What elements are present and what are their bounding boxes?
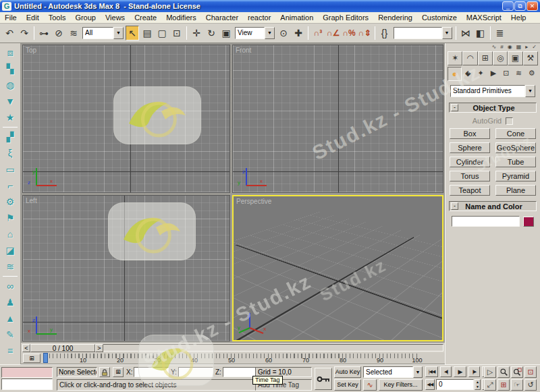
menu-character[interactable]: Character xyxy=(201,13,243,22)
bind-to-space-warp-icon[interactable]: ≋ xyxy=(67,26,80,40)
align-icon[interactable]: ◧ xyxy=(474,26,487,40)
curve-editor-icon[interactable]: ∿ xyxy=(492,44,497,51)
named-selection-dropdown[interactable]: ▼ xyxy=(394,27,452,39)
tab-create-icon[interactable]: ✶ xyxy=(448,51,462,65)
name-color-rollout-header[interactable]: - Name and Color xyxy=(449,201,537,211)
chevron-down-icon[interactable]: ▼ xyxy=(442,27,452,39)
set-keys-key-icon[interactable] xyxy=(315,368,332,390)
ladder-icon[interactable]: ≡ xyxy=(2,343,18,358)
menu-reactor[interactable]: reactor xyxy=(243,13,275,22)
absolute-mode-icon[interactable]: ⊞ xyxy=(113,367,124,377)
tab-hierarchy-icon[interactable]: ⊞ xyxy=(478,51,493,65)
minimize-button[interactable]: _ xyxy=(502,1,514,11)
cameras-icon[interactable]: ▶ xyxy=(487,67,500,81)
reference-coordinate-dropdown[interactable]: View ▼ xyxy=(235,27,275,39)
spinner-up-icon[interactable]: ▲ xyxy=(475,380,480,385)
y-coordinate-field[interactable] xyxy=(178,367,213,377)
sphere-button[interactable]: Sphere xyxy=(450,142,490,153)
object-color-swatch[interactable] xyxy=(523,217,534,227)
percent-snap-icon[interactable]: ∩% xyxy=(342,26,356,40)
spinner-snap-icon[interactable]: ∩⇕ xyxy=(358,26,372,40)
menu-animation[interactable]: Animation xyxy=(275,13,318,22)
star-icon[interactable]: ★ xyxy=(2,110,18,125)
time-slider-handle[interactable]: 0 / 100 xyxy=(30,344,95,352)
selection-filter-dropdown[interactable]: All ▼ xyxy=(82,27,124,39)
biped-icon[interactable]: ♟ xyxy=(2,295,18,310)
maxscript-listener-input[interactable] xyxy=(1,379,53,390)
cloth-icon[interactable]: ▚ xyxy=(2,61,18,76)
gear-icon[interactable]: ⚙ xyxy=(2,194,18,209)
menu-graph-editors[interactable]: Graph Editors xyxy=(318,13,373,22)
current-frame-field[interactable]: 0 xyxy=(436,379,474,390)
menu-tools[interactable]: Tools xyxy=(44,13,71,22)
tube-button[interactable]: Tube xyxy=(495,157,536,167)
viewport-label-top[interactable]: Top xyxy=(26,47,36,54)
systems-icon[interactable]: ⚙ xyxy=(525,67,538,81)
autogrid-checkbox[interactable] xyxy=(506,117,513,125)
auto-key-button[interactable]: Auto Key xyxy=(334,366,361,378)
waves-icon[interactable]: ≋ xyxy=(2,259,18,274)
set-key-button[interactable]: Set Key xyxy=(334,379,361,391)
collapse-icon[interactable]: - xyxy=(451,202,458,210)
cylinder-button[interactable]: Cylinder xyxy=(450,157,490,167)
pan-hand-icon[interactable]: ☞ xyxy=(511,379,523,391)
select-and-link-icon[interactable]: ⊶ xyxy=(37,26,51,40)
zoom-all-icon[interactable] xyxy=(511,366,523,378)
arc-rotate-icon[interactable]: ↺ xyxy=(524,379,537,391)
frame-spinner[interactable]: ▲ ▼ xyxy=(475,379,481,390)
select-and-manipulate-icon[interactable]: ✚ xyxy=(292,26,305,40)
menu-group[interactable]: Group xyxy=(70,13,101,22)
shapes-icon[interactable]: ◆ xyxy=(462,67,475,81)
previous-frame-icon[interactable]: ◀| xyxy=(440,366,452,377)
cone-button[interactable]: Cone xyxy=(495,128,536,139)
select-and-rotate-icon[interactable]: ↻ xyxy=(205,26,218,40)
bone-icon[interactable]: ⌐ xyxy=(2,178,18,193)
checker-icon[interactable]: ▞ xyxy=(2,130,18,144)
chevron-down-icon[interactable]: ▼ xyxy=(413,366,423,378)
menu-rendering[interactable]: Rendering xyxy=(373,13,417,22)
viewport-label-front[interactable]: Front xyxy=(236,47,251,54)
key-selection-dropdown[interactable]: Selected ▼ xyxy=(363,366,423,378)
key-filters-button[interactable]: Key Filters... xyxy=(379,379,423,391)
zoom-extents-all-icon[interactable]: ⊞ xyxy=(497,379,510,391)
min-max-toggle-icon[interactable]: ⤢ xyxy=(484,379,496,391)
named-selection-sets-icon[interactable]: {} xyxy=(378,26,392,40)
viewport-perspective-active[interactable]: Perspective z x y xyxy=(232,195,443,341)
angle-snap-icon[interactable]: ∩∠ xyxy=(326,26,340,40)
render-scene-icon[interactable]: ▦ xyxy=(516,44,522,51)
capsule-icon[interactable]: ▭ xyxy=(2,162,18,177)
use-pivot-center-icon[interactable]: ⊙ xyxy=(277,26,290,40)
default-in-out-tangent-icon[interactable]: ∿ xyxy=(363,379,377,391)
pyramid-button[interactable]: Pyramid xyxy=(495,171,536,181)
mini-curve-editor-button[interactable]: ⊞ xyxy=(23,354,40,363)
render-type-icon[interactable]: ▸ xyxy=(525,44,528,51)
chevron-down-icon[interactable]: ▼ xyxy=(525,85,535,97)
window-crossing-icon[interactable]: ⊡ xyxy=(170,26,184,40)
tab-motion-icon[interactable]: ◎ xyxy=(493,51,508,65)
close-button[interactable]: ✕ xyxy=(526,1,538,11)
sphere-icon[interactable]: ◍ xyxy=(2,78,18,92)
primitive-category-dropdown[interactable]: Standard Primitives ▼ xyxy=(450,85,535,97)
menu-modifiers[interactable]: Modifiers xyxy=(161,13,201,22)
spinner-down-icon[interactable]: ▼ xyxy=(475,385,480,389)
viewport-left[interactable]: Left z y x xyxy=(22,195,230,341)
undo-icon[interactable]: ↶ xyxy=(3,26,16,40)
current-frame-marker[interactable] xyxy=(43,353,48,363)
tab-utilities-icon[interactable]: ⚒ xyxy=(523,51,538,65)
selection-lock-icon[interactable] xyxy=(99,367,110,377)
next-frame-arrow[interactable]: > xyxy=(95,344,103,352)
knot-icon[interactable]: ∞ xyxy=(2,279,18,293)
select-by-name-icon[interactable]: ▤ xyxy=(140,26,154,40)
layer-manager-icon[interactable]: ≣ xyxy=(493,26,507,40)
quick-render-icon[interactable]: ✓ xyxy=(532,44,537,51)
viewport-label-perspective[interactable]: Perspective xyxy=(236,198,271,205)
menu-create[interactable]: Create xyxy=(130,13,161,22)
select-and-scale-icon[interactable]: ▣ xyxy=(219,26,233,40)
plane-button[interactable]: Plane xyxy=(495,185,536,196)
fragments-icon[interactable]: ◪ xyxy=(2,243,18,258)
box-button[interactable]: Box xyxy=(450,128,490,139)
menu-maxscript[interactable]: MAXScript xyxy=(462,13,506,22)
field-of-view-icon[interactable]: ▷ xyxy=(484,366,496,378)
object-name-field[interactable] xyxy=(452,216,520,227)
spring-icon[interactable]: ξ xyxy=(2,146,18,161)
